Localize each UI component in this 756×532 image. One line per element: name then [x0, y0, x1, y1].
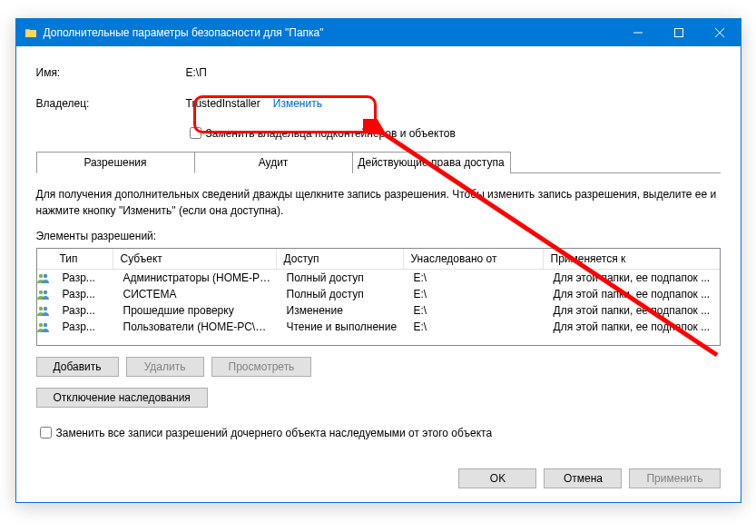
ok-button[interactable]: OK	[458, 468, 536, 488]
group-icon	[37, 287, 54, 301]
close-button[interactable]	[700, 19, 741, 46]
maximize-button[interactable]	[659, 19, 700, 46]
replace-child-label: Заменить все записи разрешений дочернего…	[56, 427, 493, 439]
window-title: Дополнительные параметры безопасности дл…	[44, 26, 618, 39]
cancel-button[interactable]: Отмена	[544, 468, 622, 488]
view-button: Просмотреть	[211, 357, 312, 377]
table-row[interactable]: Разр...Пользователи (HOME-PC\П...Чтение …	[37, 319, 720, 335]
disable-inheritance-button[interactable]: Отключение наследования	[36, 388, 208, 408]
remove-button: Удалить	[126, 357, 204, 377]
svg-point-6	[43, 307, 46, 310]
svg-point-5	[38, 307, 42, 310]
svg-point-4	[43, 291, 46, 294]
group-icon	[37, 271, 54, 285]
header-inherited[interactable]: Унаследовано от	[404, 249, 544, 269]
minimize-button[interactable]	[618, 19, 659, 46]
svg-point-1	[38, 274, 42, 278]
section-label: Элементы разрешений:	[36, 230, 721, 242]
replace-child-checkbox[interactable]	[40, 427, 52, 438]
svg-point-3	[38, 291, 42, 294]
hint-text: Для получения дополнительных сведений дв…	[36, 186, 721, 219]
svg-point-8	[43, 323, 46, 327]
header-applies[interactable]: Применяется к	[544, 249, 720, 269]
svg-point-7	[38, 323, 42, 327]
security-window: Дополнительные параметры безопасности дл…	[15, 18, 741, 503]
group-icon	[37, 320, 54, 334]
replace-owner-checkbox[interactable]	[190, 127, 201, 139]
owner-value: TrustedInstaller	[186, 97, 260, 110]
name-value: E:\П	[186, 66, 207, 79]
header-access[interactable]: Доступ	[277, 249, 404, 269]
table-row[interactable]: Разр...Администраторы (HOME-PC...Полный …	[37, 270, 720, 286]
name-label: Имя:	[36, 66, 186, 79]
svg-point-2	[43, 274, 46, 278]
permissions-table: Тип Субъект Доступ Унаследовано от Приме…	[36, 248, 721, 346]
header-subject[interactable]: Субъект	[113, 249, 277, 269]
table-header: Тип Субъект Доступ Унаследовано от Приме…	[37, 249, 720, 270]
owner-label: Владелец:	[36, 97, 186, 110]
tab-effective[interactable]: Действующие права доступа	[352, 152, 511, 173]
group-icon	[37, 303, 54, 318]
tab-audit[interactable]: Аудит	[194, 152, 353, 173]
folder-icon	[24, 25, 38, 40]
apply-button: Применить	[629, 468, 720, 488]
replace-owner-label: Заменить владельца подконтейнеров и объе…	[206, 127, 456, 140]
titlebar: Дополнительные параметры безопасности дл…	[16, 19, 741, 46]
table-row[interactable]: Разр...Прошедшие проверкуИзменениеE:\Для…	[37, 302, 720, 319]
add-button[interactable]: Добавить	[36, 357, 119, 377]
header-type[interactable]: Тип	[53, 249, 113, 269]
tab-permissions[interactable]: Разрешения	[36, 152, 195, 173]
tabs: Разрешения Аудит Действующие права досту…	[36, 151, 721, 173]
table-row[interactable]: Разр...СИСТЕМАПолный доступE:\Для этой п…	[37, 286, 720, 302]
svg-rect-0	[675, 29, 683, 37]
change-owner-link[interactable]: Изменить	[273, 97, 322, 110]
